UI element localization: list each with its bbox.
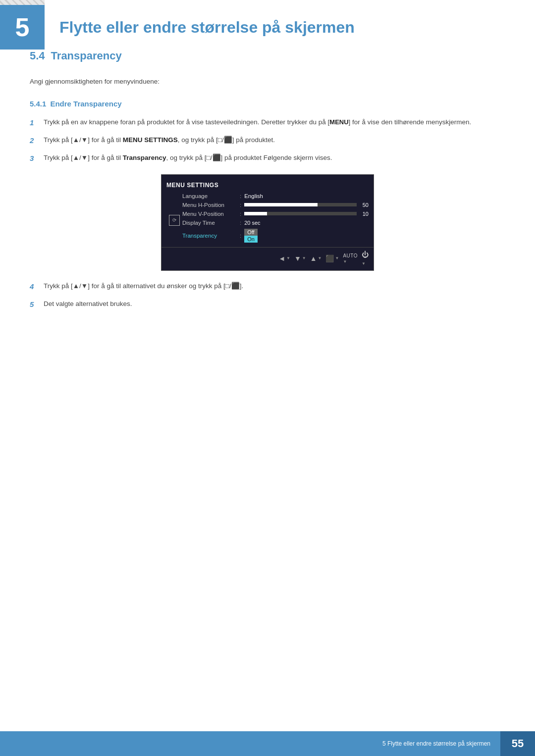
- step-5: 5 Det valgte alternativet brukes.: [30, 299, 505, 310]
- steps-list-2: 4 Trykk på [▲/▼] for å gå til alternativ…: [30, 281, 505, 310]
- section-number: 5.4: [30, 50, 45, 62]
- subsection-number: 5.4.1: [30, 100, 46, 108]
- menu-title-bar: MENU SETTINGS: [161, 181, 374, 192]
- step-text-4: Trykk på [▲/▼] for å gå til alternativet…: [44, 281, 505, 292]
- menu-value-language: English: [244, 193, 369, 199]
- menu-items-area: ⟳ Language : English Menu H-Position :: [161, 192, 374, 244]
- chapter-number: 5: [15, 14, 30, 40]
- step-text-1: Trykk på en av knappene foran på produkt…: [44, 117, 505, 128]
- menu-bar-bg-h: [244, 203, 357, 206]
- nav-btn-down: ▼ ▼: [294, 254, 306, 262]
- menu-row-hposition: Menu H-Position : 50: [182, 201, 369, 209]
- step-number-3: 3: [30, 152, 44, 164]
- menu-nav-bar: ◄ ▼ ▼ ▼ ▲ ▼ ⬛ ▼ AUTO▼ ⏻▼: [161, 247, 374, 266]
- footer-page-number: 55: [500, 731, 535, 756]
- nav-btn-up: ▲ ▼: [310, 254, 322, 262]
- step-1: 1 Trykk på en av knappene foran på produ…: [30, 117, 505, 129]
- step-number-2: 2: [30, 135, 44, 147]
- menu-bar-num-v: 10: [359, 211, 369, 217]
- menu-bar-vposition: 10: [244, 211, 369, 217]
- step-number-1: 1: [30, 117, 44, 129]
- menu-label-transparency: Transparency: [182, 233, 237, 239]
- menu-bar-fill-h: [244, 203, 317, 206]
- step-2: 2 Trykk på [▲/▼] for å gå til MENU SETTI…: [30, 135, 505, 147]
- menu-bar-bg-v: [244, 212, 357, 215]
- menu-value-displaytime: 20 sec: [244, 220, 260, 226]
- menu-bar-fill-v: [244, 212, 267, 215]
- dropdown-on: On: [244, 236, 258, 243]
- menu-label-vposition: Menu V-Position: [182, 211, 237, 217]
- menu-row-transparency: Transparency : Off On: [182, 227, 369, 244]
- subsection-title: 5.4.1Endre Transparency: [30, 100, 505, 108]
- nav-btn-enter: ⬛ ▼: [325, 254, 339, 262]
- step-text-5: Det valgte alternativet brukes.: [44, 299, 505, 309]
- main-content: 5.4Transparency Angi gjennomsiktigheten …: [0, 50, 535, 350]
- menu-left-icon: ⟳: [166, 192, 182, 244]
- chapter-title: Flytte eller endre størrelse på skjermen: [59, 18, 355, 37]
- step-number-4: 4: [30, 281, 44, 293]
- chapter-number-box: 5: [0, 5, 45, 50]
- menu-row-language: Language : English: [182, 192, 369, 201]
- menu-icon-symbol: ⟳: [169, 215, 180, 226]
- menu-row-vposition: Menu V-Position : 10: [182, 209, 369, 218]
- footer-text: 5 Flytte eller endre størrelse på skjerm…: [382, 740, 500, 747]
- section-title: 5.4Transparency: [30, 50, 505, 66]
- dropdown-off: Off: [244, 229, 258, 236]
- page-header: 5 Flytte eller endre størrelse på skjerm…: [0, 0, 535, 50]
- nav-auto: AUTO▼: [343, 253, 358, 264]
- menu-row-displaytime: Display Time : 20 sec: [182, 218, 369, 227]
- steps-list: 1 Trykk på en av knappene foran på produ…: [30, 117, 505, 164]
- step-3: 3 Trykk på [▲/▼] for å gå til Transparen…: [30, 152, 505, 164]
- menu-label-hposition: Menu H-Position: [182, 202, 237, 208]
- menu-screenshot: MENU SETTINGS ⟳ Language : English Menu …: [161, 174, 374, 271]
- step-4: 4 Trykk på [▲/▼] for å gå til alternativ…: [30, 281, 505, 293]
- menu-label-displaytime: Display Time: [182, 220, 237, 226]
- step-number-5: 5: [30, 299, 44, 310]
- menu-bar-num-h: 50: [359, 202, 369, 208]
- menu-label-language: Language: [182, 193, 237, 199]
- intro-text: Angi gjennomsiktigheten for menyvinduene…: [30, 76, 505, 87]
- nav-btn-left: ◄ ▼: [278, 254, 290, 262]
- menu-bar-hposition: 50: [244, 202, 369, 208]
- step-text-3: Trykk på [▲/▼] for å gå til Transparency…: [44, 152, 505, 163]
- step-text-2: Trykk på [▲/▼] for å gå til MENU SETTING…: [44, 135, 505, 146]
- page-footer: 5 Flytte eller endre størrelse på skjerm…: [0, 731, 535, 756]
- nav-power-icon: ⏻▼: [362, 251, 369, 266]
- menu-rows: Language : English Menu H-Position : 50: [182, 192, 369, 244]
- transparency-dropdown: Off On: [244, 229, 258, 243]
